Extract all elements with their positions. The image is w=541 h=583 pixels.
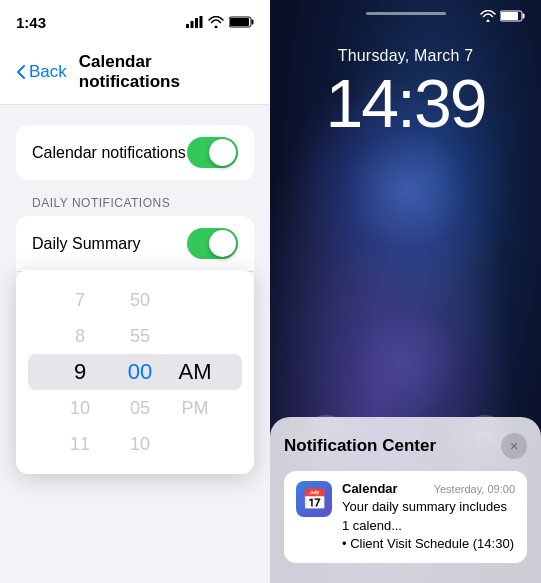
svg-rect-9: [501, 12, 518, 20]
time-picker[interactable]: 7 50 8 55 9 00 AM 10 05 PM: [16, 270, 254, 474]
lock-status-bar: [270, 0, 541, 19]
notification-content: Calendar Yesterday, 09:00 Your daily sum…: [342, 481, 515, 553]
picker-minute-selected: 00: [110, 359, 170, 385]
svg-rect-0: [186, 24, 189, 28]
notification-center-title: Notification Center: [284, 436, 436, 456]
wifi-icon-left: [208, 16, 224, 28]
svg-rect-6: [230, 18, 249, 26]
svg-rect-8: [523, 14, 525, 19]
lock-wifi-icon: [480, 10, 496, 22]
picker-rows: 7 50 8 55 9 00 AM 10 05 PM: [16, 278, 254, 466]
dynamic-island: [366, 12, 446, 15]
notification-timestamp: Yesterday, 09:00: [434, 483, 515, 495]
calendar-icon: 📅: [302, 487, 327, 511]
picker-row-4: 11 10: [16, 426, 254, 462]
daily-summary-toggle[interactable]: [187, 228, 238, 259]
picker-minute-3: 05: [110, 398, 170, 419]
svg-rect-3: [200, 16, 203, 28]
main-toggle-card: Calendar notifications: [16, 125, 254, 180]
picker-period-3: PM: [170, 398, 220, 419]
lock-date: Thursday, March 7: [270, 47, 541, 65]
notification-center-header: Notification Center ×: [284, 433, 527, 459]
left-panel: 1:43 Back: [0, 0, 270, 583]
calendar-notifications-toggle[interactable]: [187, 137, 238, 168]
nav-bar: Back Calendar notifications: [0, 44, 270, 105]
notification-line1: Your daily summary includes 1 calend...: [342, 499, 507, 532]
calendar-notifications-row: Calendar notifications: [16, 125, 254, 180]
svg-rect-5: [252, 20, 254, 25]
lock-status-icons: [480, 10, 525, 22]
picker-hour-4: 11: [50, 434, 110, 455]
notification-center-close-button[interactable]: ×: [501, 433, 527, 459]
signal-icon: [186, 16, 203, 28]
daily-summary-label: Daily Summary: [32, 235, 140, 253]
picker-row-1: 8 55: [16, 318, 254, 354]
lock-time: 14:39: [270, 69, 541, 137]
picker-hour-selected: 9: [50, 359, 110, 385]
picker-row-selected: 9 00 AM: [16, 354, 254, 390]
notification-app-name: Calendar: [342, 481, 398, 496]
svg-rect-1: [191, 21, 194, 28]
picker-minute-0: 50: [110, 290, 170, 311]
back-chevron-icon: [16, 64, 26, 80]
picker-row-3: 10 05 PM: [16, 390, 254, 426]
notification-app-row: Calendar Yesterday, 09:00: [342, 481, 515, 496]
svg-rect-2: [195, 18, 198, 28]
notification-app-icon: 📅: [296, 481, 332, 517]
notification-body: Your daily summary includes 1 calend... …: [342, 498, 515, 553]
picker-minute-4: 10: [110, 434, 170, 455]
daily-notifications-section-label: DAILY NOTIFICATIONS: [0, 180, 270, 216]
status-time: 1:43: [16, 14, 46, 31]
daily-summary-row: Daily Summary: [16, 216, 254, 272]
notification-card[interactable]: 📅 Calendar Yesterday, 09:00 Your daily s…: [284, 471, 527, 563]
status-icons: [186, 16, 254, 28]
picker-period-selected: AM: [170, 359, 220, 385]
right-panel: Thursday, March 7 14:39 Notification Cen…: [270, 0, 541, 583]
back-label: Back: [29, 62, 67, 82]
picker-hour-0: 7: [50, 290, 110, 311]
lock-battery-icon: [500, 10, 525, 22]
page-title: Calendar notifications: [79, 52, 254, 92]
status-bar-left: 1:43: [0, 0, 270, 44]
notification-line2: • Client Visit Schedule (14:30): [342, 536, 514, 551]
picker-minute-1: 55: [110, 326, 170, 347]
picker-row-0: 7 50: [16, 282, 254, 318]
notification-center: Notification Center × 📅 Calendar Yesterd…: [270, 417, 541, 583]
calendar-notifications-label: Calendar notifications: [32, 144, 186, 162]
back-button[interactable]: Back: [16, 62, 67, 82]
main-settings-section: Calendar notifications: [0, 125, 270, 180]
battery-icon-left: [229, 16, 254, 28]
picker-hour-3: 10: [50, 398, 110, 419]
picker-hour-1: 8: [50, 326, 110, 347]
